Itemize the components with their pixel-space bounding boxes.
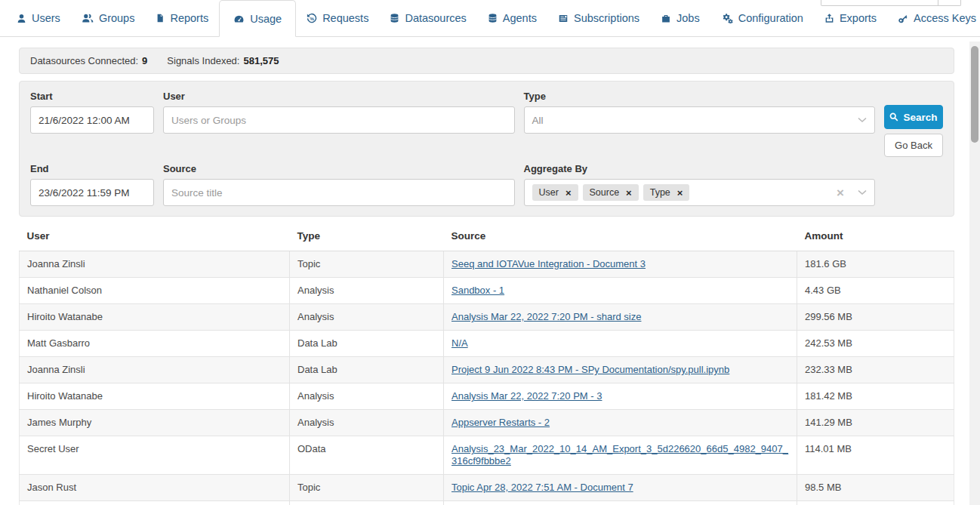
tab-label: Access Keys	[914, 12, 976, 24]
cell-type: Topic	[290, 475, 444, 501]
cell-amount: 4.43 GB	[797, 278, 954, 304]
tab-label: Users	[32, 12, 60, 24]
table-row: Joanna Zinsli Topic Seeq and IOTAVue Int…	[20, 251, 954, 278]
tab-label: Jobs	[676, 12, 700, 24]
clear-all-icon[interactable]: ×	[837, 186, 844, 199]
aggregate-by-label: Aggregate By	[524, 163, 876, 174]
table-row: Nathaniel Colson Analysis Sandbox - 1 4.…	[20, 278, 954, 304]
tab-users[interactable]: Users	[6, 0, 71, 36]
stats-bar: Datasources Connected:9 Signals Indexed:…	[19, 48, 954, 74]
end-field: End	[30, 163, 154, 206]
col-header-user: User	[20, 222, 290, 251]
tab-label: Exports	[840, 12, 877, 24]
filter-buttons: Search Go Back	[884, 105, 943, 157]
aggregate-tag-user[interactable]: User ×	[532, 184, 578, 201]
user-icon	[17, 14, 26, 23]
cell-user: Secret User	[20, 436, 290, 475]
remove-tag-icon[interactable]: ×	[566, 188, 572, 198]
cell-type: OData	[290, 436, 444, 475]
cell-type: Analysis	[290, 304, 444, 331]
user-label: User	[163, 91, 515, 102]
end-label: End	[30, 163, 154, 174]
cell-amount: 98.5 MB	[797, 475, 954, 501]
cogs-icon	[721, 13, 733, 23]
cell-amount: 141.29 MB	[797, 410, 954, 436]
table-row: Jason Rust Topic Topic Apr 28, 2022 7:51…	[20, 501, 954, 505]
start-date-input[interactable]	[30, 106, 154, 134]
source-field: Source	[163, 163, 515, 206]
source-link[interactable]: Sandbox - 1	[451, 285, 504, 296]
cell-type: Data Lab	[290, 331, 444, 357]
source-link[interactable]: Project 9 Jun 2022 8:43 PM - SPy Documen…	[451, 364, 729, 375]
tab-label: Reports	[170, 12, 208, 24]
source-link[interactable]: N/A	[451, 337, 468, 349]
cell-amount: 232.33 MB	[797, 357, 954, 383]
user-search-input[interactable]	[163, 106, 515, 134]
aggregate-tag-source[interactable]: Source ×	[583, 184, 639, 201]
tab-groups[interactable]: Groups	[71, 0, 146, 36]
cell-amount: 90.36 MB	[797, 501, 954, 505]
admin-page: Users Groups Reports Usage % Requests Da…	[0, 0, 980, 505]
cell-amount: 181.6 GB	[797, 251, 954, 278]
table-row: Matt Gasbarro Data Lab N/A 242.53 MB	[20, 331, 954, 357]
tab-label: Configuration	[738, 12, 803, 24]
usage-content: Datasources Connected:9 Signals Indexed:…	[0, 37, 980, 505]
tag-label: User	[539, 187, 559, 198]
tab-label: Usage	[250, 13, 282, 25]
cell-user: Hiroito Watanabe	[20, 383, 290, 410]
cell-user: James Murphy	[20, 410, 290, 436]
table-row: Joanna Zinsli Data Lab Project 9 Jun 202…	[20, 357, 954, 383]
tab-subscriptions[interactable]: Subscriptions	[547, 0, 650, 36]
end-date-input[interactable]	[30, 179, 154, 206]
cell-user: Jason Rust	[20, 475, 290, 501]
tab-agents[interactable]: Agents	[477, 0, 547, 36]
table-row: Hiroito Watanabe Analysis Analysis Mar 2…	[20, 383, 954, 410]
remove-tag-icon[interactable]: ×	[677, 188, 683, 198]
source-title-input[interactable]	[163, 179, 515, 206]
report-icon	[156, 13, 165, 23]
tab-datasources[interactable]: Datasources	[379, 0, 476, 36]
tab-configuration[interactable]: Configuration	[710, 0, 814, 36]
stat-value: 581,575	[243, 55, 279, 66]
gauge-icon	[233, 14, 245, 24]
table-row: James Murphy Analysis Appserver Restarts…	[20, 410, 954, 436]
tag-label: Source	[590, 187, 620, 198]
type-select-value: All	[532, 115, 858, 126]
source-link[interactable]: Analysis_23_Mar_2022_10_14_AM_Export_3_5…	[451, 443, 788, 467]
source-link[interactable]: Topic Apr 28, 2022 7:51 AM - Document 7	[451, 482, 633, 493]
user-field: User	[163, 91, 515, 157]
vertical-scrollbar[interactable]	[969, 42, 980, 505]
history-percent-icon: %	[307, 13, 317, 23]
search-button[interactable]: Search	[884, 105, 943, 129]
cell-amount: 299.56 MB	[797, 304, 954, 331]
source-link[interactable]: Appserver Restarts - 2	[451, 417, 550, 428]
type-label: Type	[524, 91, 876, 102]
tab-label: Subscriptions	[574, 12, 639, 24]
tag-label: Type	[650, 187, 670, 198]
source-link[interactable]: Analysis Mar 22, 2022 7:20 PM - shard si…	[451, 311, 641, 322]
scrollbar-thumb[interactable]	[971, 46, 978, 143]
aggregate-by-multiselect[interactable]: User × Source × Type × ×	[524, 179, 876, 206]
tab-usage[interactable]: Usage	[219, 0, 296, 37]
source-link[interactable]: Analysis Mar 22, 2022 7:20 PM - 3	[451, 390, 602, 402]
remove-tag-icon[interactable]: ×	[626, 188, 632, 198]
cell-amount: 181.42 MB	[797, 383, 954, 410]
tab-jobs[interactable]: Jobs	[650, 0, 710, 36]
truncated-toolbar-element	[821, 0, 961, 6]
go-back-button[interactable]: Go Back	[884, 134, 943, 157]
aggregate-by-field: Aggregate By User × Source × Type ×	[524, 163, 876, 206]
type-select[interactable]: All	[524, 106, 876, 134]
cell-amount: 242.53 MB	[797, 331, 954, 357]
source-link[interactable]: Seeq and IOTAVue Integration - Document …	[451, 258, 646, 269]
admin-nav-tabs: Users Groups Reports Usage % Requests Da…	[0, 0, 980, 37]
tab-reports[interactable]: Reports	[145, 0, 219, 36]
database-icon	[390, 13, 399, 23]
col-header-type: Type	[290, 222, 444, 251]
aggregate-tag-type[interactable]: Type ×	[643, 184, 690, 201]
tab-label: Agents	[503, 12, 537, 24]
tab-requests[interactable]: % Requests	[296, 0, 379, 36]
table-row: Jason Rust Topic Topic Apr 28, 2022 7:51…	[20, 475, 954, 501]
cell-type: Topic	[290, 251, 444, 278]
cell-user: Jason Rust	[20, 501, 290, 505]
svg-text:%: %	[310, 16, 315, 21]
